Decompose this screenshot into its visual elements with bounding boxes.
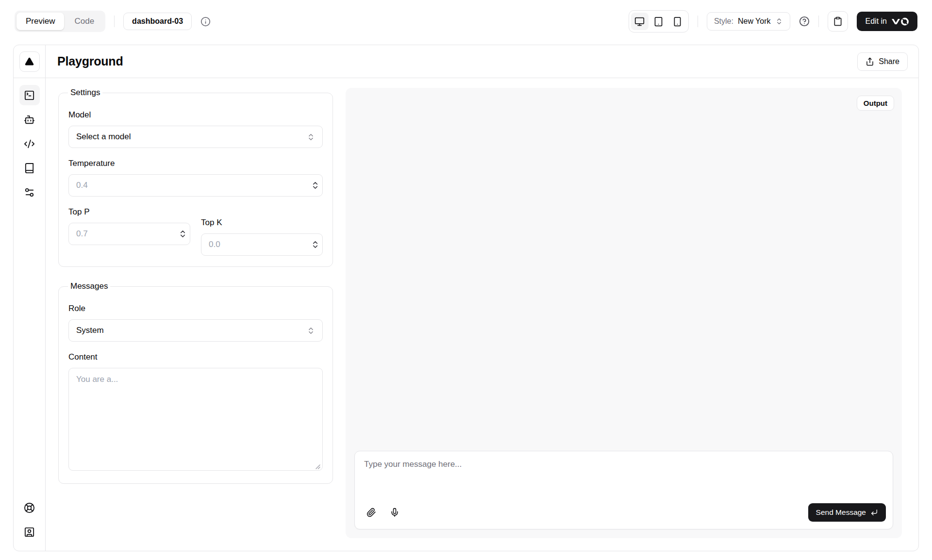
temperature-field: Temperature — [68, 159, 323, 197]
style-select-value: New York — [738, 17, 771, 26]
app-frame: Playground Share Settings Model Select a… — [13, 45, 919, 551]
toolbar-separator — [698, 16, 698, 27]
smartphone-icon — [672, 16, 682, 27]
number-stepper-icon[interactable] — [180, 230, 186, 238]
sidebar-item-account[interactable] — [19, 522, 40, 542]
tab-code[interactable]: Code — [65, 13, 103, 30]
chevrons-up-down-icon — [307, 133, 315, 141]
content-field: Content — [68, 352, 323, 473]
tablet-icon — [653, 16, 664, 27]
mobile-view-button[interactable] — [669, 13, 686, 30]
message-input[interactable] — [355, 451, 893, 498]
project-badge: dashboard-03 — [123, 13, 192, 30]
message-form: Send Message — [354, 451, 893, 529]
page-header: Playground Share — [46, 45, 918, 78]
top-p-input[interactable] — [68, 223, 190, 245]
number-stepper-icon[interactable] — [312, 181, 318, 190]
book-icon — [24, 163, 35, 174]
settings-column: Settings Model Select a model Temperatur… — [58, 88, 333, 538]
clipboard-icon — [833, 16, 843, 26]
home-logo-button[interactable] — [19, 51, 40, 72]
chevrons-up-down-icon — [307, 327, 315, 335]
sidebar — [14, 45, 46, 551]
role-field: Role System — [68, 304, 323, 342]
life-buoy-icon — [24, 502, 35, 513]
sidebar-bottom-nav — [14, 491, 45, 551]
preview-code-tab-group: Preview Code — [15, 11, 105, 32]
model-select-value: Select a model — [76, 132, 131, 142]
model-field: Model Select a model — [68, 110, 323, 148]
top-k-field: Top K — [201, 218, 323, 256]
settings-legend: Settings — [68, 88, 102, 98]
send-message-label: Send Message — [816, 508, 866, 517]
sidebar-item-help[interactable] — [19, 497, 40, 518]
role-select[interactable]: System — [68, 319, 323, 342]
messages-legend: Messages — [68, 281, 110, 291]
page-title: Playground — [57, 54, 123, 68]
style-select-label: Style: — [714, 17, 733, 26]
circle-info-icon[interactable] — [200, 16, 211, 27]
top-p-field: Top P — [68, 207, 190, 256]
device-toggle-group — [629, 10, 689, 33]
bot-icon — [24, 114, 35, 125]
content-area: Playground Share Settings Model Select a… — [46, 45, 918, 551]
settings-sliders-icon — [24, 187, 35, 198]
use-microphone-button[interactable] — [385, 503, 404, 522]
top-k-input[interactable] — [201, 233, 323, 256]
tab-preview[interactable]: Preview — [17, 13, 64, 30]
circle-help-icon[interactable] — [799, 16, 810, 27]
corner-down-left-icon — [870, 509, 878, 516]
share-button[interactable]: Share — [857, 52, 908, 71]
role-label: Role — [68, 304, 323, 313]
top-k-label: Top K — [201, 218, 323, 228]
settings-fieldset: Settings Model Select a model Temperatur… — [58, 88, 333, 267]
toolbar-right-group: Style: New York Edit in — [629, 10, 917, 33]
code-icon — [24, 138, 35, 149]
mic-icon — [390, 508, 399, 517]
playground-main: Settings Model Select a model Temperatur… — [46, 78, 918, 551]
sidebar-item-documentation[interactable] — [19, 158, 40, 178]
chevrons-up-down-icon — [775, 17, 783, 25]
monitor-icon — [634, 16, 645, 27]
edit-in-v0-button[interactable]: Edit in — [857, 12, 917, 31]
sidebar-item-models[interactable] — [19, 109, 40, 130]
content-label: Content — [68, 352, 323, 362]
send-message-button[interactable]: Send Message — [808, 503, 886, 522]
top-p-label: Top P — [68, 207, 190, 217]
desktop-view-button[interactable] — [631, 13, 649, 30]
model-select[interactable]: Select a model — [68, 126, 323, 148]
content-textarea[interactable] — [68, 368, 323, 471]
style-select[interactable]: Style: New York — [707, 12, 790, 31]
toolbar-separator — [114, 16, 115, 27]
toolbar-separator — [818, 16, 819, 27]
sidebar-nav — [14, 78, 45, 209]
paperclip-icon — [366, 508, 376, 517]
square-user-icon — [24, 527, 35, 538]
message-form-toolbar: Send Message — [355, 498, 893, 529]
edit-in-v0-label: Edit in — [865, 17, 887, 26]
tablet-view-button[interactable] — [650, 13, 667, 30]
output-badge: Output — [857, 96, 894, 111]
copy-code-button[interactable] — [828, 11, 848, 32]
sidebar-logo-cell — [14, 45, 45, 78]
attach-file-button[interactable] — [362, 503, 381, 522]
top-toolbar: Preview Code dashboard-03 — [0, 0, 932, 43]
temperature-label: Temperature — [68, 159, 323, 168]
sidebar-item-api[interactable] — [19, 133, 40, 154]
output-panel: Output — [346, 88, 902, 538]
share-button-label: Share — [879, 57, 899, 66]
role-select-value: System — [76, 326, 104, 335]
v0-logo-icon — [891, 17, 909, 26]
triangle-logo-icon — [24, 56, 34, 66]
number-stepper-icon[interactable] — [312, 240, 318, 249]
square-terminal-icon — [24, 90, 35, 101]
toolbar-left-group: Preview Code dashboard-03 — [15, 11, 211, 32]
sidebar-item-playground[interactable] — [19, 85, 40, 105]
model-label: Model — [68, 110, 323, 120]
share-icon — [865, 57, 874, 66]
sidebar-item-settings[interactable] — [19, 182, 40, 202]
temperature-input[interactable] — [68, 174, 323, 197]
messages-fieldset: Messages Role System Content — [58, 281, 333, 484]
